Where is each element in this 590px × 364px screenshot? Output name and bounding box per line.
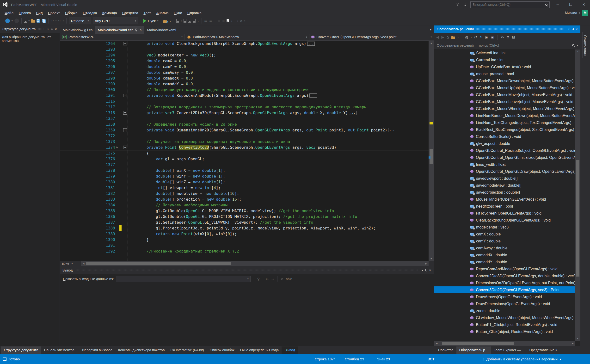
- toggle-bookmark-icon[interactable]: [227, 19, 229, 22]
- tree-item[interactable]: SelectedLine : int: [434, 50, 575, 57]
- tree-item[interactable]: savedmodelview : double[]: [434, 182, 575, 189]
- bottom-tab[interactable]: Обозреватель р...: [456, 346, 491, 354]
- tree-item[interactable]: OpenGLControl_OpenGLDraw(object, OpenGLE…: [434, 168, 575, 175]
- notifications-tab[interactable]: Уведомления: [582, 32, 588, 58]
- code-line[interactable]: 1388 gl.Project(point3d.x, point3d.y, po…: [60, 225, 434, 231]
- pin-icon[interactable]: [571, 28, 574, 31]
- collapsed-region[interactable]: ...: [307, 42, 315, 46]
- code-line[interactable]: 1358 // Определяет габариты модели в 2d …: [60, 122, 434, 127]
- status-insert-mode[interactable]: ВСТ: [428, 354, 434, 364]
- toolbar-grip[interactable]: [2, 19, 4, 23]
- close-button[interactable]: ✕: [579, 1, 589, 8]
- previous-bookmark-icon[interactable]: ⇤: [231, 19, 233, 23]
- view-code-icon[interactable]: <>: [501, 36, 504, 39]
- find-in-files-icon[interactable]: [163, 19, 168, 23]
- document-outline-header[interactable]: Структура документа ▾ ✕: [0, 26, 59, 33]
- pin-icon[interactable]: [135, 28, 138, 32]
- clear-bookmarks-icon[interactable]: ✕: [240, 19, 243, 23]
- bottom-tab[interactable]: C# Interactive (64-bit): [168, 346, 207, 354]
- code-line[interactable]: 1293: [60, 47, 434, 52]
- scroll-down-icon[interactable]: ▼: [428, 257, 434, 261]
- tree-item[interactable]: DimensionsOn2D(OpenGLEventArgs, out Poin…: [434, 280, 575, 286]
- items-overflow-icon[interactable]: ⌄: [197, 20, 199, 22]
- send-feedback-icon[interactable]: [463, 3, 467, 6]
- bottom-tab[interactable]: Представление к...: [527, 346, 563, 354]
- menu-item[interactable]: Вид: [34, 10, 45, 16]
- tree-item[interactable]: GCodeBox_MouseLeave(object, MouseEventAr…: [434, 98, 575, 105]
- tree-item[interactable]: camX : double: [434, 231, 575, 238]
- code-line[interactable]: 1372: [60, 133, 434, 139]
- tree-item[interactable]: UpDate_GCodeBox_text() : void: [434, 63, 575, 70]
- collapse-all-icon[interactable]: ▣: [485, 35, 488, 39]
- zoom-dropdown[interactable]: 80 % ▾: [60, 261, 81, 266]
- output-content[interactable]: [60, 284, 434, 346]
- tree-item[interactable]: OpenGLControl_OpenGLInitialized(object, …: [434, 154, 575, 161]
- tree-item[interactable]: ClearBackground(OpenGLEventArgs) : void: [434, 217, 575, 224]
- bottom-tab[interactable]: Иерархия вызовов: [79, 346, 115, 354]
- undo-icon[interactable]: ↶: [51, 19, 54, 23]
- expand-icon[interactable]: +: [123, 111, 127, 115]
- tree-vertical-scrollbar[interactable]: ▲ ▼: [575, 50, 580, 341]
- scroll-down-icon[interactable]: ▼: [575, 336, 580, 341]
- comment-out-icon[interactable]: ≔: [204, 19, 207, 23]
- minimize-button[interactable]: ─: [553, 1, 563, 8]
- bottom-tab[interactable]: Вывод: [282, 346, 298, 354]
- tree-item[interactable]: GCodeBox_MouseUp(object, MouseButtonEven…: [434, 84, 575, 91]
- tree-item[interactable]: GCodeBox_MouseDown(object, MouseButtonEv…: [434, 77, 575, 84]
- clear-all-icon[interactable]: ≋: [281, 277, 284, 281]
- bottom-tab[interactable]: Свойства: [435, 346, 456, 354]
- project-dropdown[interactable]: C# PathMasterWPF ▾: [60, 34, 185, 41]
- tree-item[interactable]: ButtonF1_Click(object, RoutedEventArgs) …: [434, 321, 575, 328]
- code-line[interactable]: 1380 double[] winZ = new double[1];: [60, 179, 434, 185]
- web-item-icon[interactable]: [193, 19, 195, 23]
- scrollbar-thumb[interactable]: [576, 160, 579, 277]
- menu-item[interactable]: Тест: [141, 10, 154, 16]
- tree-horizontal-scrollbar[interactable]: [439, 341, 570, 346]
- pin-icon[interactable]: [425, 269, 428, 272]
- decrease-indent-icon[interactable]: ≣: [218, 19, 220, 23]
- editor-tab[interactable]: MainWindow.xaml: [144, 26, 179, 34]
- code-line[interactable]: 1378 double[] winX = new double[1];: [60, 168, 434, 174]
- code-line[interactable]: 1387 gl.GetInteger(OpenGL.GL_VIEWPORT, v…: [60, 220, 434, 225]
- tree-item[interactable]: BlackRect_SizeChanged(object, SizeChange…: [434, 126, 575, 133]
- expand-icon[interactable]: +: [123, 42, 127, 46]
- code-line[interactable]: 1294 vec3 modelcenter = new vec3();: [60, 52, 434, 58]
- redo-chevron-icon[interactable]: ▾: [63, 20, 64, 22]
- menu-item[interactable]: Анализ: [154, 10, 171, 16]
- code-line[interactable]: 1392 //Рисование координатных стрелочек …: [60, 248, 434, 254]
- code-line[interactable]: 1301+ private void ReposCamAndModel(Shar…: [60, 93, 434, 98]
- window-position-chevron-icon[interactable]: ▾: [566, 28, 571, 31]
- bottom-tab[interactable]: Структура документа: [1, 346, 41, 354]
- menu-item[interactable]: Проект: [45, 10, 62, 16]
- collapsed-region[interactable]: ...: [388, 128, 396, 132]
- code-line[interactable]: 1298 double camaddX = 0.0;: [60, 75, 434, 81]
- member-dropdown[interactable]: Convert3Dto2D(OpenGLEventArgs args, vec3…: [309, 34, 434, 41]
- tree-item[interactable]: OpenGLControl_Resized(object, OpenGLEven…: [434, 147, 575, 154]
- menu-item[interactable]: Справка: [185, 10, 204, 16]
- code-line[interactable]: 1376 var gl = args.OpenGL;: [60, 156, 434, 162]
- tree-item[interactable]: Convert2Dto3D(OpenGLEventArgs, double, d…: [434, 273, 575, 280]
- quick-launch-input[interactable]: [473, 3, 545, 6]
- scroll-up-icon[interactable]: ▲: [428, 41, 434, 45]
- close-icon[interactable]: ✕: [53, 28, 58, 31]
- tree-item[interactable]: GCodeBox_MouseWheel(object, MouseWheelEv…: [434, 105, 575, 112]
- message-filter-icon[interactable]: ⚲: [257, 277, 259, 281]
- properties-icon[interactable]: ⚙: [506, 35, 510, 39]
- navigate-back-icon[interactable]: ←: [5, 19, 10, 23]
- search-icon[interactable]: [572, 44, 574, 46]
- close-icon[interactable]: ✕: [574, 28, 579, 31]
- open-file-icon[interactable]: [31, 20, 35, 23]
- code-line[interactable]: 1379 double[] winY = new double[1];: [60, 174, 434, 179]
- collapsed-region[interactable]: ...: [349, 111, 357, 115]
- editor-tab[interactable]: MainWindow.g.i.cs: [60, 26, 95, 34]
- code-line[interactable]: 1375 {: [60, 150, 434, 156]
- properties-pages-icon[interactable]: ▣: [491, 35, 494, 39]
- tree-item[interactable]: lines_width : float: [434, 161, 575, 168]
- fold-margin[interactable]: +: [123, 93, 127, 98]
- tree-item[interactable]: GLwindow_MouseWheel(object, MouseWheelEv…: [434, 314, 575, 321]
- tree-item[interactable]: CurrentLine : int: [434, 57, 575, 63]
- increase-indent-icon[interactable]: ≣: [222, 19, 225, 23]
- new-file-chevron-icon[interactable]: ▾: [29, 20, 30, 22]
- code-line[interactable]: 1384 // Получаем необходимые матрицы: [60, 202, 434, 208]
- code-line[interactable]: 1381 int[] viewport = new int[4];: [60, 185, 434, 191]
